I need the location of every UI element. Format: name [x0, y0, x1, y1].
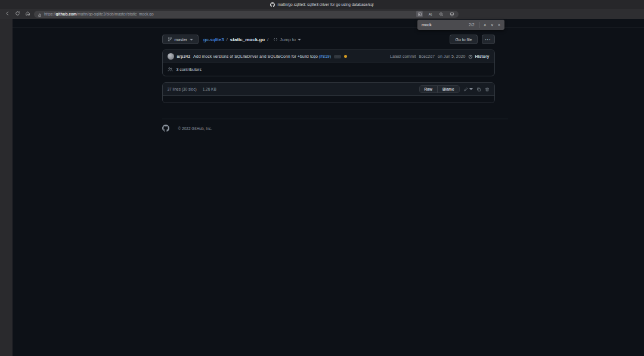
latest-commit-header: arp242 Add mock versions of SQLiteDriver…	[163, 50, 494, 63]
breadcrumb-file-name: static_mock.go	[230, 37, 265, 42]
blame-button[interactable]: Blame	[437, 86, 459, 92]
breadcrumb-repo-link[interactable]: go-sqlite3	[203, 37, 224, 42]
chevron-down-icon	[298, 39, 301, 41]
breadcrumb-separator: /	[227, 37, 228, 42]
pr-link[interactable]: (#819)	[319, 54, 331, 58]
file-size-info: 1.26 KB	[203, 87, 216, 91]
find-query-input[interactable]: mock	[422, 23, 465, 27]
clock-icon	[468, 54, 473, 59]
file-box: 37 lines (30 sloc) 1.26 KB Raw Blame	[162, 82, 495, 103]
find-close-button[interactable]: ×	[498, 23, 500, 27]
raw-blame-group: Raw Blame	[419, 85, 460, 93]
raw-button[interactable]: Raw	[420, 86, 437, 92]
read-aloud-icon[interactable]: A)	[427, 11, 434, 17]
delete-file-button[interactable]	[485, 87, 490, 92]
lock-icon	[38, 9, 42, 20]
contributors-label[interactable]: 3 contributors	[177, 67, 202, 72]
zoom-icon[interactable]	[438, 11, 444, 17]
footer: © 2022 GitHub, Inc.	[162, 119, 508, 132]
vertical-tabs-sidebar	[0, 19, 13, 356]
github-icon	[270, 2, 275, 7]
people-icon	[168, 67, 173, 72]
commit-message[interactable]: Add mock versions of SQLiteDriver and SQ…	[193, 54, 331, 58]
chevron-down-icon	[190, 39, 193, 41]
tab-title-text: mattn/go-sqlite3: sqlite3 driver for go …	[277, 2, 373, 7]
commit-box: arp242 Add mock versions of SQLiteDriver…	[162, 49, 495, 76]
commit-hash[interactable]: 8cec2d7	[419, 54, 435, 58]
find-in-page-bar[interactable]: mock 2/2 ∧ ∨ ×	[417, 20, 504, 30]
active-tab-title: mattn/go-sqlite3: sqlite3 driver for go …	[270, 2, 373, 7]
copyright-text: © 2022 GitHub, Inc.	[178, 126, 212, 131]
close-window-button[interactable]	[5, 2, 9, 7]
code-view	[163, 96, 494, 103]
url-text[interactable]: https://github.com/mattn/go-sqlite3/blob…	[44, 12, 414, 16]
maximize-window-button[interactable]	[19, 2, 23, 7]
more-options-button[interactable]: ···	[482, 35, 495, 44]
code-icon	[273, 37, 278, 42]
commit-status-icon[interactable]	[344, 55, 347, 58]
jump-to-label: Jump to	[280, 37, 296, 42]
history-button[interactable]: History	[468, 54, 489, 59]
branch-select-button[interactable]: master	[162, 35, 199, 44]
branch-icon	[168, 37, 172, 42]
commit-author[interactable]: arp242	[177, 54, 191, 58]
jump-to-dropdown[interactable]: Jump to	[273, 37, 301, 42]
browser-titlebar: mattn/go-sqlite3: sqlite3 driver for go …	[0, 0, 644, 9]
traffic-lights	[5, 2, 23, 7]
commit-date: on Jun 5, 2020	[438, 54, 465, 58]
latest-commit-label: Latest commit	[390, 54, 416, 58]
refresh-button[interactable]	[14, 11, 21, 17]
commit-description-toggle[interactable]: …	[334, 55, 341, 58]
browser-toolbar: https://github.com/mattn/go-sqlite3/blob…	[0, 9, 644, 19]
address-bar[interactable]: https://github.com/mattn/go-sqlite3/blob…	[34, 11, 459, 18]
copy-raw-button[interactable]	[476, 87, 481, 92]
find-match-count: 2/2	[469, 23, 475, 27]
file-header: 37 lines (30 sloc) 1.26 KB Raw Blame	[163, 83, 494, 96]
go-to-file-button[interactable]: Go to file	[450, 35, 477, 44]
github-page: master go-sqlite3 / static_mock.go / Jum…	[13, 19, 644, 356]
chevron-down-icon	[469, 88, 473, 90]
find-next-button[interactable]: ∨	[491, 23, 494, 27]
branch-name: master	[175, 38, 187, 42]
file-lines-info: 37 lines (30 sloc)	[168, 87, 197, 91]
home-button[interactable]	[24, 11, 31, 17]
minimize-window-button[interactable]	[12, 2, 16, 7]
edit-file-button[interactable]	[463, 87, 473, 92]
repo-nav	[13, 27, 644, 27]
browser-essentials-icon[interactable]	[448, 11, 455, 17]
github-mark-icon	[162, 125, 169, 132]
breadcrumb: go-sqlite3 / static_mock.go /	[203, 37, 268, 42]
breadcrumb-separator: /	[267, 37, 268, 42]
file-navigation-row: master go-sqlite3 / static_mock.go / Jum…	[162, 35, 495, 44]
find-on-page-icon[interactable]	[416, 11, 423, 17]
back-button[interactable]	[4, 11, 11, 17]
contributors-row: 3 contributors	[163, 63, 494, 76]
find-divider	[479, 22, 479, 28]
find-previous-button[interactable]: ∧	[484, 23, 487, 27]
commit-author-avatar[interactable]	[168, 53, 174, 60]
